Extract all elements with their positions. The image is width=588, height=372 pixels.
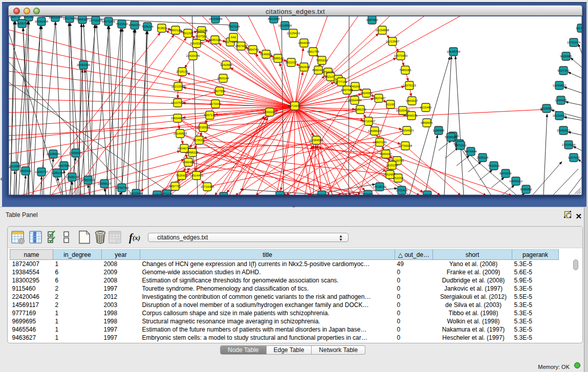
svg-text:1564093: 1564093 — [298, 41, 310, 45]
svg-text:1849575: 1849575 — [405, 114, 418, 117]
svg-text:9457791: 9457791 — [169, 185, 181, 188]
svg-text:10543382: 10543382 — [190, 42, 204, 45]
svg-text:8454749: 8454749 — [247, 48, 259, 51]
svg-text:20206555: 20206555 — [47, 152, 60, 156]
svg-text:19384554: 19384554 — [310, 139, 323, 142]
svg-text:11325419: 11325419 — [287, 32, 300, 35]
svg-text:10973493: 10973493 — [394, 54, 408, 57]
svg-text:(x): (x) — [133, 234, 140, 242]
svg-text:12342737: 12342737 — [35, 170, 49, 173]
svg-text:2803144: 2803144 — [217, 77, 229, 80]
svg-text:7515524: 7515524 — [116, 23, 128, 26]
svg-text:17957223: 17957223 — [81, 179, 95, 182]
svg-text:9777169: 9777169 — [335, 80, 347, 83]
svg-text:1913961: 1913961 — [9, 165, 21, 168]
svg-text:2935114: 2935114 — [477, 156, 489, 159]
svg-text:12213967: 12213967 — [386, 40, 400, 43]
svg-text:9242848: 9242848 — [220, 63, 232, 67]
svg-text:20053346: 20053346 — [77, 63, 91, 67]
svg-text:2170043: 2170043 — [209, 102, 222, 105]
svg-text:10654112: 10654112 — [509, 180, 523, 183]
svg-text:1167533: 1167533 — [568, 156, 580, 159]
svg-text:9463627: 9463627 — [406, 99, 418, 102]
svg-text:14136141: 14136141 — [373, 185, 387, 188]
svg-text:19218506: 19218506 — [278, 24, 292, 27]
svg-text:18300295: 18300295 — [263, 111, 277, 114]
svg-text:12505135: 12505135 — [66, 176, 79, 179]
svg-text:15692921: 15692921 — [557, 129, 571, 132]
svg-text:3215955: 3215955 — [540, 107, 553, 110]
svg-text:746266: 746266 — [350, 85, 361, 88]
svg-text:9084067: 9084067 — [380, 152, 392, 156]
svg-text:12213389: 12213389 — [171, 85, 185, 88]
svg-text:19654985: 19654985 — [171, 117, 185, 120]
svg-text:10756928: 10756928 — [399, 144, 412, 147]
svg-text:2087682: 2087682 — [366, 18, 378, 21]
svg-text:7986372: 7986372 — [354, 108, 366, 111]
svg-text:6497568: 6497568 — [341, 89, 353, 92]
svg-text:9115460: 9115460 — [420, 106, 432, 109]
svg-text:17016504: 17016504 — [562, 143, 576, 146]
svg-text:8427552: 8427552 — [213, 90, 226, 93]
svg-text:17359924: 17359924 — [69, 151, 83, 155]
svg-text:9899695: 9899695 — [421, 121, 433, 124]
svg-text:5578332: 5578332 — [193, 139, 205, 142]
svg-text:16033809: 16033809 — [209, 17, 223, 20]
svg-text:18724007: 18724007 — [288, 104, 302, 107]
svg-text:18807249: 18807249 — [373, 141, 387, 144]
svg-text:1733426: 1733426 — [396, 189, 408, 192]
svg-text:1145138: 1145138 — [52, 171, 64, 174]
svg-text:9397585: 9397585 — [58, 164, 70, 167]
svg-text:15716485: 15716485 — [201, 185, 214, 188]
svg-text:3226058: 3226058 — [195, 29, 208, 32]
svg-text:891295: 891295 — [183, 32, 193, 35]
svg-text:9329965: 9329965 — [560, 55, 572, 58]
svg-text:20364436: 20364436 — [348, 99, 362, 102]
svg-text:9794273: 9794273 — [128, 24, 141, 27]
svg-text:9474444: 9474444 — [465, 150, 477, 153]
svg-text:10807487: 10807487 — [372, 97, 386, 100]
svg-text:9327503: 9327503 — [195, 35, 207, 38]
svg-text:10719155: 10719155 — [89, 19, 103, 22]
svg-text:3824554: 3824554 — [360, 92, 373, 95]
svg-text:3822037: 3822037 — [285, 61, 297, 64]
svg-text:2867608: 2867608 — [235, 45, 247, 48]
svg-text:12093822: 12093822 — [553, 84, 567, 87]
svg-text:3915411: 3915411 — [20, 169, 32, 172]
svg-text:6871102: 6871102 — [455, 144, 467, 147]
svg-text:7625402: 7625402 — [176, 174, 188, 177]
svg-text:14914409: 14914409 — [190, 174, 204, 177]
svg-text:7485063: 7485063 — [399, 69, 411, 72]
svg-text:7955812: 7955812 — [316, 59, 328, 62]
svg-text:7635224: 7635224 — [141, 25, 154, 28]
svg-text:19166825: 19166825 — [173, 132, 187, 135]
svg-text:13535594: 13535594 — [197, 126, 210, 129]
svg-text:1117353: 1117353 — [576, 27, 582, 30]
svg-text:546: 546 — [231, 36, 236, 39]
svg-text:2588520: 2588520 — [272, 57, 284, 60]
svg-text:14055714: 14055714 — [15, 22, 29, 25]
svg-text:5938928: 5938928 — [445, 136, 457, 139]
svg-text:252254: 252254 — [393, 177, 404, 180]
svg-text:10107554: 10107554 — [171, 101, 185, 104]
svg-text:1498222: 1498222 — [186, 151, 199, 154]
svg-text:19358127: 19358127 — [98, 182, 112, 185]
svg-text:8813054: 8813054 — [268, 17, 280, 20]
svg-text:19654923: 19654923 — [400, 129, 414, 132]
svg-text:15720407: 15720407 — [362, 120, 376, 123]
svg-text:16210643: 16210643 — [553, 114, 567, 117]
svg-text:1244415: 1244415 — [555, 99, 567, 102]
svg-text:16671355: 16671355 — [102, 20, 116, 23]
svg-text:7357224: 7357224 — [228, 25, 240, 28]
svg-text:8267130: 8267130 — [204, 114, 216, 117]
svg-text:9227343: 9227343 — [557, 69, 570, 72]
svg-text:1362615: 1362615 — [298, 65, 310, 69]
svg-text:6966160: 6966160 — [76, 18, 89, 21]
svg-text:8660124: 8660124 — [169, 29, 182, 32]
svg-text:9245052: 9245052 — [520, 188, 532, 191]
svg-text:11527602: 11527602 — [63, 17, 77, 20]
svg-text:22420046: 22420046 — [186, 54, 200, 57]
svg-text:16154808: 16154808 — [376, 29, 389, 32]
svg-text:9099489: 9099489 — [182, 161, 194, 164]
svg-text:8186328: 8186328 — [209, 38, 221, 41]
